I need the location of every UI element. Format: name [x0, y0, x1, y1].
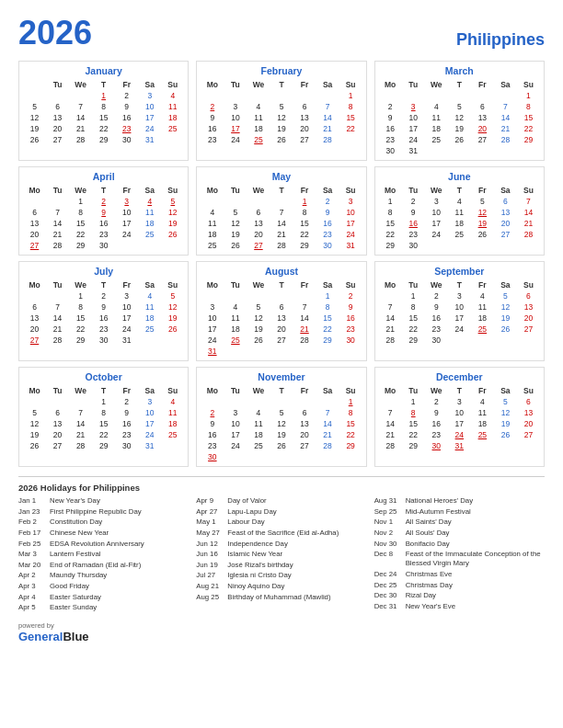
holiday-date: Jun 12: [196, 540, 227, 549]
month-title-april: April: [23, 171, 184, 182]
holiday-item: Nov 2All Souls' Day: [374, 529, 545, 538]
holiday-item: Apr 5Easter Sunday: [18, 603, 189, 612]
brand-label: GeneralBlue: [18, 630, 89, 643]
holiday-date: May 27: [196, 529, 227, 538]
cal-table-november: MoTuWeTFrSaSu123456789101112131415161718…: [201, 385, 362, 462]
holiday-date: Nov 2: [374, 529, 406, 538]
holiday-date: Jan 23: [18, 507, 50, 517]
holidays-col1: Jan 1New Year's DayJan 23First Philippin…: [18, 496, 189, 614]
cal-table-july: MoTuWeTFrSaSu123456789101112131415161718…: [23, 279, 184, 346]
month-block-december: DecemberMoTuWeTFrSaSu1234567891011121314…: [374, 367, 545, 467]
holiday-date: Nov 30: [374, 540, 406, 549]
holiday-name: Easter Saturday: [50, 593, 101, 602]
holiday-name: National Heroes' Day: [406, 496, 473, 506]
holidays-section: 2026 Holidays for Philippines Jan 1New Y…: [18, 476, 545, 614]
holiday-name: All Saints' Day: [406, 518, 452, 527]
holiday-date: Sep 25: [374, 507, 406, 517]
holiday-name: EDSA Revolution Anniversary: [50, 540, 144, 549]
month-title-october: October: [23, 371, 184, 382]
month-title-june: June: [379, 171, 540, 182]
holidays-title: 2026 Holidays for Philippines: [18, 483, 545, 493]
holiday-item: Jan 1New Year's Day: [18, 496, 189, 506]
holiday-name: Christmas Day: [406, 581, 453, 590]
holiday-item: Apr 27Lapu-Lapu Day: [196, 507, 366, 517]
holiday-date: Jul 27: [196, 571, 227, 580]
cal-table-june: MoTuWeTFrSaSu123456789101112131415161718…: [379, 185, 540, 251]
holiday-name: Independence Day: [227, 540, 287, 549]
month-block-july: JulyMoTuWeTFrSaSu12345678910111213141516…: [18, 261, 189, 361]
holiday-item: May 1Labour Day: [196, 518, 366, 527]
holiday-item: Dec 30Rizal Day: [374, 591, 545, 600]
holiday-date: Aug 21: [196, 582, 227, 591]
holiday-item: Feb 25EDSA Revolution Anniversary: [18, 540, 189, 549]
cal-table-august: MoTuWeTFrSaSu123456789101112131415161718…: [201, 279, 362, 357]
month-title-december: December: [379, 371, 540, 382]
month-title-july: July: [23, 266, 184, 277]
holiday-name: End of Ramadan (Eid al-Fitr): [50, 561, 141, 570]
holiday-item: May 27Feast of the Sacrifice (Eid al-Adh…: [196, 529, 366, 538]
holiday-date: Apr 2: [18, 571, 50, 580]
month-title-september: September: [379, 266, 540, 277]
holiday-item: Dec 24Christmas Eve: [374, 570, 545, 579]
holiday-item: Apr 3Good Friday: [18, 582, 189, 591]
holiday-name: Feast of the Sacrifice (Eid al-Adha): [227, 529, 339, 538]
holiday-date: Jun 19: [196, 561, 227, 570]
cal-table-december: MoTuWeTFrSaSu123456789101112131415161718…: [379, 385, 540, 451]
holiday-name: Lantern Festival: [50, 550, 100, 559]
holiday-item: Jul 27Iglesia ni Cristo Day: [196, 571, 366, 580]
footer: powered by GeneralBlue: [18, 621, 545, 643]
holiday-item: Jun 16Islamic New Year: [196, 550, 366, 559]
holiday-name: Maundy Thursday: [50, 571, 107, 580]
holiday-item: Aug 31National Heroes' Day: [374, 496, 545, 506]
holiday-name: New Year's Eve: [406, 602, 455, 611]
month-block-may: MayMoTuWeTFrSaSu123456789101112131415161…: [196, 166, 366, 256]
holiday-item: Jan 23First Philippine Republic Day: [18, 507, 189, 517]
holiday-date: Apr 4: [18, 593, 50, 602]
holiday-name: Easter Sunday: [50, 603, 97, 612]
holiday-item: Jun 19José Rizal's birthday: [196, 561, 366, 570]
cal-table-october: MoTuWeTFrSaSu123456789101112131415161718…: [23, 385, 184, 451]
month-title-january: January: [23, 65, 184, 76]
month-title-august: August: [201, 266, 362, 277]
holiday-item: Sep 25Mid-Autumn Festival: [374, 507, 545, 517]
holiday-name: Lapu-Lapu Day: [227, 507, 276, 517]
month-title-november: November: [201, 371, 362, 382]
month-block-june: JuneMoTuWeTFrSaSu12345678910111213141516…: [374, 166, 545, 256]
holiday-name: First Philippine Republic Day: [50, 507, 142, 517]
holiday-item: Nov 1All Saints' Day: [374, 518, 545, 527]
powered-by-text: powered by: [18, 621, 89, 630]
holiday-date: Dec 8: [374, 550, 406, 568]
holiday-date: Dec 31: [374, 602, 406, 611]
holiday-date: Apr 5: [18, 603, 50, 612]
cal-table-february: MoTuWeTFrSaSu123456789101112131415161718…: [201, 79, 362, 145]
holidays-col2: Apr 9Day of ValorApr 27Lapu-Lapu DayMay …: [196, 496, 366, 614]
holiday-date: Mar 20: [18, 561, 50, 570]
holiday-item: Jun 12Independence Day: [196, 540, 366, 549]
cal-table-january: TuWeTFrSaSu12345678910111213141516171819…: [23, 79, 184, 145]
holiday-name: Birthday of Muhammad (Mawlid): [227, 593, 330, 602]
holiday-name: Labour Day: [227, 518, 264, 527]
month-block-january: JanuaryTuWeTFrSaSu1234567891011121314151…: [18, 61, 189, 161]
month-block-october: OctoberMoTuWeTFrSaSu12345678910111213141…: [18, 367, 189, 467]
holiday-name: Mid-Autumn Festival: [406, 507, 471, 517]
month-block-september: SeptemberMoTuWeTFrSaSu123456789101112131…: [374, 261, 545, 361]
holiday-date: Dec 30: [374, 591, 406, 600]
holiday-item: Aug 25Birthday of Muhammad (Mawlid): [196, 593, 366, 602]
calendars-grid: JanuaryTuWeTFrSaSu1234567891011121314151…: [18, 61, 545, 467]
holiday-name: All Souls' Day: [406, 529, 450, 538]
holiday-item: Feb 17Chinese New Year: [18, 529, 189, 538]
month-title-february: February: [201, 65, 362, 76]
holiday-date: Feb 17: [18, 529, 50, 538]
holiday-date: Apr 27: [196, 507, 227, 517]
holiday-name: Iglesia ni Cristo Day: [227, 571, 291, 580]
holiday-item: Apr 2Maundy Thursday: [18, 571, 189, 580]
holiday-date: Apr 3: [18, 582, 50, 591]
holidays-col3: Aug 31National Heroes' DaySep 25Mid-Autu…: [374, 496, 545, 614]
holiday-item: Feb 2Constitution Day: [18, 518, 189, 527]
month-block-november: NovemberMoTuWeTFrSaSu1234567891011121314…: [196, 367, 366, 467]
holiday-name: Rizal Day: [406, 591, 436, 600]
holiday-date: Nov 1: [374, 518, 406, 527]
holiday-date: Jun 16: [196, 550, 227, 559]
cal-table-may: MoTuWeTFrSaSu123456789101112131415161718…: [201, 185, 362, 251]
holiday-item: Apr 9Day of Valor: [196, 496, 366, 506]
